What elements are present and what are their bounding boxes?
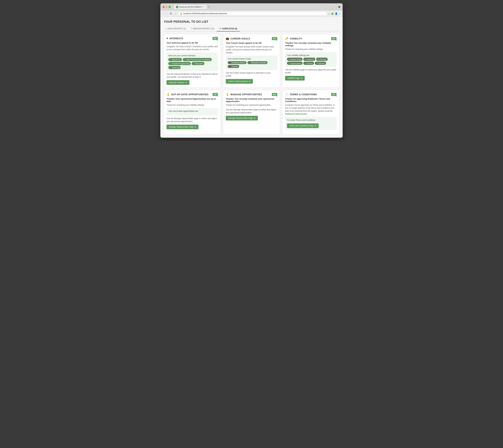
arrow-icon: ↪ <box>288 62 290 64</box>
toolbar-icons: ☆ 🧩 👤 ⋮ <box>328 12 341 15</box>
tab-favicon <box>176 6 178 8</box>
career-goals-explorer-icon: ⊕ <box>249 80 251 82</box>
interests-subtitle: Your Interests appear to be OK <box>167 42 218 44</box>
high-priority-icon: ℹ <box>166 28 167 30</box>
terms-conditions-text: Congrats! You've approved our Terms and … <box>285 104 336 115</box>
card-out-of-date-title: OUT-OF-DATE OPPORTUNITIES <box>171 93 208 96</box>
browser-titlebar: RadGrad (DEVELOPMENT) ✕ + <box>160 3 343 11</box>
extensions-icon[interactable]: 🧩 <box>331 12 334 15</box>
terms-conditions-page-button[interactable]: Terms and Conditions Page ⊕ <box>287 123 319 128</box>
visibility-page-icon: ⊕ <box>301 77 302 79</box>
browser-toolbar: ‹ › ↻ ⌂ 🔒 localhost:3200/#/faculty/henri… <box>160 11 343 17</box>
browser-tab[interactable]: RadGrad (DEVELOPMENT) ✕ <box>174 5 206 9</box>
vis-tag-opportunities: ↪Opportunities <box>287 62 302 65</box>
tag-teacher: 🎓Teacher <box>228 65 239 68</box>
out-of-date-bottom-text: Use the Manage Opportunities page to rev… <box>167 117 218 123</box>
profile-icon[interactable]: 👤 <box>335 12 338 15</box>
card-out-of-date-header: 💡 OUT-OF-DATE OPPORTUNITIES OK <box>167 93 218 96</box>
page-title: YOUR PERSONAL TO DO LIST <box>164 20 339 24</box>
heart-tag-icon <box>170 63 171 64</box>
visibility-ok-badge: OK <box>331 37 337 40</box>
refresh-button[interactable]: ↻ <box>169 12 173 16</box>
menu-icon[interactable]: ⋮ <box>339 12 341 15</box>
teacher-icon: 🎓 <box>229 66 231 67</box>
manage-opportunities-label-2: Manage Opportunities Page <box>228 117 253 119</box>
career-goals-tag-label: Your current Career Goals: <box>228 58 275 60</box>
terms-conditions-subtitle: Thanks for approving RadGrad's Terms and… <box>285 97 336 103</box>
card-manage-opportunities-header: 💡 MANAGE OPPORTUNITIES OK <box>226 93 277 96</box>
out-of-date-ok-badge: OK <box>213 93 218 96</box>
briefcase-icon: 💼 <box>226 37 229 40</box>
minimize-button[interactable] <box>166 6 168 8</box>
lock-icon: 🔒 <box>180 13 182 15</box>
maximize-button[interactable] <box>169 6 171 8</box>
tabs-bar: ℹ HIGH PRIORITY (2) ? MEDIUM PRIORITY (0… <box>164 26 339 32</box>
arrow-icon: ↪ <box>317 58 319 60</box>
tag-research: Research <box>192 62 204 65</box>
lightbulb2-icon: 💡 <box>226 93 229 96</box>
interests-explorer-button[interactable]: Interests Explorer ⊕ <box>167 80 189 85</box>
page-content: YOUR PERSONAL TO DO LIST ℹ HIGH PRIORITY… <box>160 17 343 138</box>
visibility-tags: ↪Career Goals ↪Interests ↪Courses ↪Oppor… <box>287 58 335 65</box>
career-goals-ok-badge: OK <box>272 37 277 40</box>
card-career-goals-title: CAREER GOALS <box>230 37 250 40</box>
manage-opportunities-button-2[interactable]: Manage Opportunities Page ⊕ <box>226 116 258 120</box>
terms-conditions-ok-badge: OK <box>331 93 337 96</box>
manage-opportunities-subtitle: Thanks! You recently reviewed your spons… <box>226 97 277 103</box>
tag-hpc: High Performance Computing <box>183 58 212 61</box>
career-goals-explorer-button[interactable]: Career Goals Explorer ⊕ <box>226 79 253 84</box>
interests-bottom-text: Use the Interests Explorer to search for… <box>167 73 218 79</box>
radgrad-admin-link[interactable]: RadGrad Administrator <box>285 113 307 115</box>
home-button[interactable]: ⌂ <box>174 12 177 16</box>
forward-button[interactable]: › <box>166 12 168 16</box>
key-icon: 🔑 <box>285 37 288 40</box>
bookmark-icon[interactable]: ☆ <box>328 12 330 15</box>
visibility-page-button[interactable]: Visibility Page ⊕ <box>285 76 305 80</box>
vis-tag-interests: ↪Interests <box>303 58 315 61</box>
heart-tag-icon <box>193 63 195 64</box>
visibility-bottom-text: Use the Visibility page to review and ad… <box>285 68 336 74</box>
card-terms-conditions-title-row: 📄 TERMS & CONDITIONS <box>285 93 317 96</box>
visibility-text: Thanks for reviewing your visibility set… <box>285 48 336 51</box>
research-scientist-icon: 🎓 <box>249 62 251 64</box>
terms-conditions-text-end: . <box>307 113 308 115</box>
card-career-goals: 💼 CAREER GOALS OK Your Career Goals appe… <box>223 34 280 88</box>
card-visibility: 🔑 VISIBILITY OK Thanks! You recently rev… <box>282 34 339 88</box>
interests-explorer-label: Interests Explorer <box>169 81 184 84</box>
out-of-date-tag-label: Your out-of-date opportunities are: <box>168 110 216 112</box>
card-manage-opportunities-title-row: 💡 MANAGE OPPORTUNITIES <box>226 93 262 96</box>
card-interests: ♥ INTERESTS OK Your Interests appear to … <box>164 34 221 88</box>
manage-opportunities-ok-badge: OK <box>272 93 277 96</box>
terms-conditions-tag-box: To review Terms and Conditions: Terms an… <box>285 117 336 130</box>
card-terms-conditions-header: 📄 TERMS & CONDITIONS OK <box>285 93 336 96</box>
tag-parallel: Parallel Programming <box>168 62 191 65</box>
career-goals-tags: 🎓Graduate School 🎓Research Scientist 🎓Te… <box>228 61 275 68</box>
back-button[interactable]: ‹ <box>162 12 164 16</box>
interests-tags: Algorithms High Performance Computing Pa… <box>168 58 216 69</box>
card-interests-title-row: ♥ INTERESTS <box>167 37 183 40</box>
manage-opportunities-button-1[interactable]: Manage Opportunities Page ⊕ <box>167 125 199 129</box>
close-button[interactable] <box>163 6 165 8</box>
terms-conditions-page-icon: ⊕ <box>315 125 316 127</box>
cards-grid: ♥ INTERESTS OK Your Interests appear to … <box>164 34 339 134</box>
address-bar[interactable]: 🔒 localhost:3200/#/faculty/henric@hawaii… <box>178 12 327 16</box>
vis-tag-career-goals: ↪Career Goals <box>287 58 302 61</box>
tab-close-icon[interactable]: ✕ <box>203 6 204 8</box>
card-terms-conditions-title: TERMS & CONDITIONS <box>290 93 317 96</box>
browser-frame: RadGrad (DEVELOPMENT) ✕ + ‹ › ↻ ⌂ 🔒 loca… <box>160 3 343 138</box>
tab-high-priority[interactable]: ℹ HIGH PRIORITY (2) <box>164 26 189 32</box>
tab-medium-priority[interactable]: ? MEDIUM PRIORITY (0) <box>189 26 217 32</box>
manage-opportunities-label-1: Manage Opportunities Page <box>169 126 193 128</box>
interests-text: Congrats! You have at least 3 Interests … <box>167 45 218 51</box>
tab-completed[interactable]: ✔ COMPLETED (6) <box>217 26 240 32</box>
visibility-page-label: Visibility Page <box>287 77 300 79</box>
vis-tag-picture: ↪Picture <box>303 62 314 65</box>
completed-icon: ✔ <box>219 28 221 30</box>
terms-conditions-tag-label: To review Terms and Conditions: <box>287 119 335 121</box>
career-goals-explorer-label: Career Goals Explorer <box>228 80 248 82</box>
card-visibility-header: 🔑 VISIBILITY OK <box>285 37 336 40</box>
new-tab-button[interactable]: + <box>207 5 210 8</box>
card-out-of-date-title-row: 💡 OUT-OF-DATE OPPORTUNITIES <box>167 93 208 96</box>
manage-opportunities-icon-1: ⊕ <box>194 126 196 128</box>
card-interests-header: ♥ INTERESTS OK <box>167 37 218 40</box>
